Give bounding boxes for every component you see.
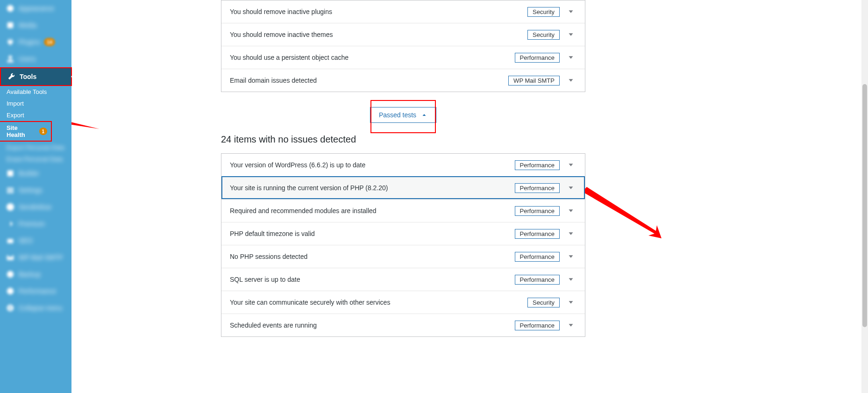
- sidebar-item-media[interactable]: Media: [0, 17, 71, 34]
- svg-point-2: [8, 56, 12, 59]
- health-check-row[interactable]: Scheduled events are running Performance: [221, 314, 585, 336]
- annotation-arrow-php-row: [582, 182, 662, 238]
- mail-icon: [6, 253, 15, 262]
- passed-panel: Your version of WordPress (6.6.2) is up …: [221, 153, 585, 337]
- health-check-row[interactable]: You should remove inactive plugins Secur…: [221, 0, 585, 23]
- sidebar-item-label: Sendinblue: [19, 203, 51, 211]
- health-check-title: Your site is running the current version…: [230, 184, 509, 192]
- health-check-badge: Performance: [515, 183, 560, 193]
- submenu-item-export[interactable]: Export: [0, 109, 71, 121]
- plugin-icon: [6, 37, 15, 47]
- sidebar-item-label: Tools: [20, 73, 36, 80]
- main-content: You should remove inactive plugins Secur…: [71, 0, 868, 393]
- admin-sidebar: Appearance Media Plugins 14 Users Tools …: [0, 0, 71, 393]
- submenu-label: Site Health: [7, 124, 36, 138]
- health-check-row[interactable]: No PHP sessions detected Performance: [221, 245, 585, 268]
- sidebar-item-builder[interactable]: Builder: [0, 165, 71, 182]
- health-check-title: Your version of WordPress (6.6.2) is up …: [230, 161, 509, 169]
- sidebar-item-collapse[interactable]: Collapse menu: [0, 300, 71, 316]
- svg-rect-5: [7, 190, 14, 191]
- health-check-row[interactable]: Required and recommended modules are ins…: [221, 199, 585, 222]
- health-check-row[interactable]: You should use a persistent object cache…: [221, 46, 585, 69]
- gauge-icon: [6, 286, 15, 296]
- svg-point-0: [7, 5, 14, 12]
- health-check-title: Email domain issues detected: [230, 77, 503, 84]
- sidebar-item-users[interactable]: Users: [0, 50, 71, 67]
- settings-icon: [6, 186, 15, 195]
- sidebar-item-plugins[interactable]: Plugins 14: [0, 34, 71, 50]
- health-check-badge: WP Mail SMTP: [508, 76, 560, 86]
- health-check-row[interactable]: PHP default timezone is valid Performanc…: [221, 222, 585, 245]
- submenu-label: Erase Personal Data: [7, 156, 63, 163]
- chevron-down-icon: [565, 320, 576, 331]
- backup-icon: [6, 270, 15, 279]
- health-check-badge: Security: [527, 7, 560, 17]
- submenu-item-import[interactable]: Import: [0, 98, 71, 109]
- svg-point-7: [7, 203, 14, 211]
- health-check-title: You should use a persistent object cache: [230, 54, 509, 61]
- health-check-row[interactable]: Email domain issues detected WP Mail SMT…: [221, 69, 585, 92]
- wrench-icon: [7, 72, 16, 81]
- whatsapp-icon: [6, 202, 15, 212]
- submenu-item-erase-personal-data[interactable]: Erase Personal Data: [0, 153, 71, 165]
- chevron-down-icon: [565, 52, 576, 63]
- sidebar-item-label: Performance: [19, 287, 56, 295]
- submenu-item-export-personal-data[interactable]: Export Personal Data: [0, 142, 71, 153]
- svg-point-10: [7, 288, 14, 294]
- sidebar-item-tools[interactable]: Tools: [0, 67, 72, 86]
- chevron-down-icon: [565, 205, 576, 216]
- health-check-row[interactable]: Your site can communicate securely with …: [221, 291, 585, 314]
- sidebar-item-label: Settings: [19, 186, 43, 194]
- sidebar-item-appearance[interactable]: Appearance: [0, 0, 71, 17]
- passed-tests-toggle[interactable]: Passed tests: [370, 107, 436, 123]
- health-check-title: Scheduled events are running: [230, 322, 509, 329]
- sidebar-item-backup[interactable]: Backup: [0, 266, 71, 283]
- sidebar-item-label: Plugins: [19, 38, 40, 46]
- submenu-item-site-health[interactable]: Site Health 1: [0, 121, 52, 142]
- sidebar-item-performance[interactable]: Performance: [0, 283, 71, 300]
- health-check-badge: Performance: [515, 53, 560, 63]
- sidebar-item-wp-mail-smtp[interactable]: WP Mail SMTP: [0, 249, 71, 266]
- chevron-down-icon: [565, 251, 576, 262]
- sidebar-item-sendinblue[interactable]: Sendinblue: [0, 199, 71, 215]
- recommended-panel: You should remove inactive plugins Secur…: [221, 0, 585, 92]
- plugins-count-badge: 14: [44, 38, 55, 46]
- health-check-row[interactable]: Your version of WordPress (6.6.2) is up …: [221, 154, 585, 176]
- health-check-badge: Performance: [515, 275, 560, 285]
- health-check-title: PHP default timezone is valid: [230, 230, 509, 237]
- health-check-title: Your site can communicate securely with …: [230, 299, 522, 306]
- vertical-scrollbar[interactable]: [861, 0, 868, 393]
- chevron-down-icon: [565, 228, 576, 239]
- sidebar-item-label: Appearance: [19, 5, 54, 12]
- chevron-up-icon: [421, 112, 427, 118]
- sidebar-item-premium[interactable]: Premium: [0, 215, 71, 232]
- user-icon: [6, 54, 15, 64]
- chevron-down-icon: [565, 159, 576, 171]
- submenu-label: Export: [7, 112, 24, 119]
- health-check-row[interactable]: SQL server is up to date Performance: [221, 268, 585, 291]
- health-check-row-php-version[interactable]: Your site is running the current version…: [221, 176, 585, 199]
- health-check-row[interactable]: You should remove inactive themes Securi…: [221, 23, 585, 46]
- svg-point-11: [7, 305, 14, 311]
- media-icon: [6, 21, 15, 30]
- annotation-arrow-site-health: [71, 115, 100, 134]
- submenu-label: Available Tools: [7, 88, 47, 95]
- sidebar-item-seo[interactable]: SEO: [0, 232, 71, 249]
- passed-tests-label: Passed tests: [379, 111, 416, 119]
- health-check-badge: Performance: [515, 160, 560, 170]
- health-check-title: SQL server is up to date: [230, 276, 509, 283]
- sidebar-item-label: Media: [19, 21, 36, 29]
- sidebar-item-settings[interactable]: Settings: [0, 182, 71, 199]
- submenu-item-available-tools[interactable]: Available Tools: [0, 86, 71, 98]
- scrollbar-thumb[interactable]: [862, 84, 867, 327]
- sidebar-item-label: SEO: [19, 237, 33, 244]
- health-check-badge: Performance: [515, 321, 560, 330]
- share-icon: [6, 219, 15, 229]
- health-check-badge: Performance: [515, 252, 560, 262]
- health-check-badge: Performance: [515, 229, 560, 239]
- chevron-down-icon: [565, 75, 576, 86]
- site-health-count-badge: 1: [39, 128, 47, 135]
- chevron-down-icon: [565, 29, 576, 40]
- health-check-badge: Security: [527, 298, 560, 307]
- svg-rect-8: [7, 239, 14, 243]
